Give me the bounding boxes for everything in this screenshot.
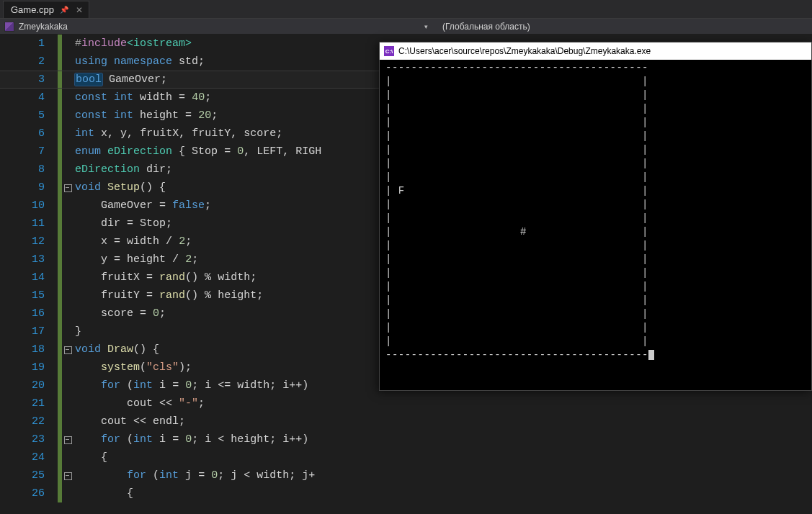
code-text[interactable]: bool GameOver; <box>75 71 167 89</box>
line-number: 20 <box>0 377 58 394</box>
change-marker <box>58 430 62 448</box>
line-number: 3 <box>0 71 58 89</box>
code-text[interactable]: void Draw() { <box>75 341 159 359</box>
line-number: 22 <box>0 412 58 430</box>
line-number: 19 <box>0 359 58 377</box>
line-number: 1 <box>0 35 58 53</box>
code-text[interactable]: fruitY = rand() % height; <box>75 287 263 305</box>
change-marker <box>58 412 62 430</box>
code-text[interactable]: for (int i = 0; i <= width; i++) <box>75 377 308 394</box>
console-app-icon: C:\ <box>384 46 394 56</box>
global-scope-label: (Глобальная область) <box>442 22 530 32</box>
line-number: 14 <box>0 269 58 287</box>
code-text[interactable]: cout << endl; <box>75 412 185 430</box>
line-number: 12 <box>0 233 58 251</box>
change-marker <box>58 215 62 233</box>
code-text[interactable]: GameOver = false; <box>75 197 211 215</box>
line-number: 25 <box>0 466 58 484</box>
navigation-bar: Zmeykakaka ▾ (Глобальная область) <box>0 19 812 35</box>
change-marker <box>58 125 62 143</box>
console-output: ----------------------------------------… <box>380 60 811 364</box>
code-line[interactable]: 26 { <box>0 484 812 502</box>
line-number: 8 <box>0 161 58 179</box>
text-cursor <box>648 350 654 360</box>
project-scope-dropdown[interactable]: Zmeykakaka ▾ <box>4 22 437 32</box>
change-marker <box>58 251 62 269</box>
line-number: 21 <box>0 394 58 412</box>
line-number: 9 <box>0 179 58 197</box>
line-number: 10 <box>0 197 58 215</box>
close-icon[interactable]: ✕ <box>76 5 83 15</box>
change-marker <box>58 323 62 341</box>
file-tab[interactable]: Game.cpp 📌 ✕ <box>3 1 89 18</box>
change-marker <box>58 359 62 377</box>
console-titlebar[interactable]: C:\ C:\Users\acer\source\repos\Zmeykakak… <box>380 42 811 60</box>
line-number: 2 <box>0 53 58 71</box>
change-marker <box>58 107 62 125</box>
line-number: 7 <box>0 143 58 161</box>
line-number: 18 <box>0 341 58 359</box>
change-marker <box>58 287 62 305</box>
line-number: 26 <box>0 484 58 502</box>
line-number: 15 <box>0 287 58 305</box>
code-line[interactable]: 24 { <box>0 448 812 466</box>
code-text[interactable]: eDirection dir; <box>75 161 172 179</box>
console-title-path: C:\Users\acer\source\repos\Zmeykakaka\De… <box>398 46 651 56</box>
code-text[interactable]: dir = Stop; <box>75 215 172 233</box>
change-marker <box>58 341 62 359</box>
change-marker <box>58 161 62 179</box>
change-marker <box>58 305 62 323</box>
change-marker <box>58 269 62 287</box>
line-number: 5 <box>0 107 58 125</box>
change-marker <box>58 466 62 484</box>
console-window[interactable]: C:\ C:\Users\acer\source\repos\Zmeykakak… <box>379 42 812 391</box>
code-text[interactable]: enum eDirection { Stop = 0, LEFT, RIGH <box>75 143 321 161</box>
change-marker <box>58 233 62 251</box>
line-number: 13 <box>0 251 58 269</box>
code-text[interactable]: using namespace std; <box>75 53 205 71</box>
code-line[interactable]: 25 for (int j = 0; j < width; j+ <box>0 466 812 484</box>
change-marker <box>58 35 62 53</box>
project-icon <box>4 22 14 32</box>
code-line[interactable]: 22 cout << endl; <box>0 412 812 430</box>
code-text[interactable]: for (int j = 0; j < width; j+ <box>75 466 315 484</box>
code-text[interactable]: score = 0; <box>75 305 166 323</box>
change-marker <box>58 484 62 502</box>
code-text[interactable]: } <box>75 323 81 341</box>
code-line[interactable]: 21 cout << "-"; <box>0 394 812 412</box>
line-number: 17 <box>0 323 58 341</box>
code-text[interactable]: x = width / 2; <box>75 233 192 251</box>
line-number: 11 <box>0 215 58 233</box>
project-name: Zmeykakaka <box>19 22 68 32</box>
code-text[interactable]: cout << "-"; <box>75 394 205 412</box>
change-marker <box>58 394 62 412</box>
tab-bar: Game.cpp 📌 ✕ <box>0 0 812 19</box>
line-number: 16 <box>0 305 58 323</box>
code-text[interactable]: const int width = 40; <box>75 89 211 107</box>
chevron-down-icon: ▾ <box>424 23 428 30</box>
code-text[interactable]: for (int i = 0; i < height; i++) <box>75 430 308 448</box>
code-text[interactable]: const int height = 20; <box>75 107 218 125</box>
code-text[interactable]: #include<iostream> <box>75 35 192 53</box>
line-number: 23 <box>0 430 58 448</box>
code-text[interactable]: void Setup() { <box>75 179 166 197</box>
code-text[interactable]: system("cls"); <box>75 359 192 377</box>
global-scope-dropdown[interactable]: (Глобальная область) <box>437 22 530 32</box>
code-text[interactable]: { <box>75 484 133 502</box>
code-text[interactable]: fruitX = rand() % width; <box>75 269 256 287</box>
change-marker <box>58 53 62 71</box>
code-line[interactable]: 23 for (int i = 0; i < height; i++) <box>0 430 812 448</box>
change-marker <box>58 179 62 197</box>
code-text[interactable]: y = height / 2; <box>75 251 198 269</box>
code-text[interactable]: int x, y, fruitX, fruitY, score; <box>75 125 282 143</box>
change-marker <box>58 89 62 107</box>
change-marker <box>58 197 62 215</box>
change-marker <box>58 71 62 89</box>
change-marker <box>58 143 62 161</box>
line-number: 4 <box>0 89 58 107</box>
change-marker <box>58 377 62 394</box>
change-marker <box>58 448 62 466</box>
code-text[interactable]: { <box>75 448 107 466</box>
pin-icon[interactable]: 📌 <box>60 6 68 14</box>
line-number: 6 <box>0 125 58 143</box>
